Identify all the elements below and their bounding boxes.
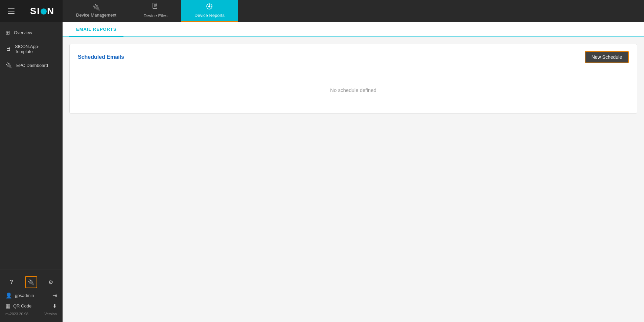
version-text: Version bbox=[44, 312, 57, 316]
nav-item-device-files[interactable]: Device Files bbox=[130, 0, 181, 22]
logout-icon[interactable]: ⇥ bbox=[52, 292, 57, 299]
logo-text: SIN bbox=[30, 6, 55, 17]
main-content: Scheduled Emails New Schedule No schedul… bbox=[63, 37, 644, 322]
device-management-icon: 🔌 bbox=[93, 4, 100, 11]
version-number: m-2023.20.98 bbox=[5, 312, 28, 316]
sidebar-item-sicon-app-template[interactable]: 🖥 SICON.App-Template bbox=[0, 40, 62, 58]
qr-icon: ▦ bbox=[5, 303, 10, 309]
main-layout: ⊞ Overview 🖥 SICON.App-Template 🔌 EPC Da… bbox=[0, 22, 644, 322]
logo: SIN bbox=[22, 0, 63, 22]
svg-point-8 bbox=[208, 5, 210, 7]
new-schedule-button[interactable]: New Schedule bbox=[585, 51, 629, 63]
sidebar-item-overview[interactable]: ⊞ Overview bbox=[0, 25, 62, 40]
sicon-app-template-icon: 🖥 bbox=[5, 46, 11, 52]
sidebar-footer: ? 🔌 ⚙ 👤 gpsadmin ⇥ ▦ QR Code ⬇ m-20 bbox=[0, 270, 62, 322]
sidebar-item-overview-label: Overview bbox=[14, 30, 32, 35]
sidebar-item-epc-dashboard-label: EPC Dashboard bbox=[16, 63, 48, 68]
sub-tabs: EMAIL REPORTS bbox=[63, 22, 644, 37]
sidebar-item-epc-dashboard[interactable]: 🔌 EPC Dashboard bbox=[0, 58, 62, 73]
top-nav: SIN 🔌 Device Management Device Files bbox=[0, 0, 644, 22]
version-row: m-2023.20.98 Version bbox=[0, 311, 62, 319]
card-header: Scheduled Emails New Schedule bbox=[78, 51, 629, 63]
sidebar: ⊞ Overview 🖥 SICON.App-Template 🔌 EPC Da… bbox=[0, 22, 63, 322]
tab-email-reports[interactable]: EMAIL REPORTS bbox=[69, 22, 123, 37]
svg-rect-0 bbox=[8, 8, 15, 9]
download-icon[interactable]: ⬇ bbox=[52, 303, 57, 309]
help-icon: ? bbox=[10, 279, 13, 285]
settings-button[interactable]: ⚙ bbox=[45, 276, 57, 288]
svg-rect-1 bbox=[8, 11, 15, 11]
card-divider bbox=[78, 70, 629, 70]
sidebar-toggle[interactable] bbox=[0, 0, 22, 22]
username-row: 👤 gpsadmin ⇥ bbox=[0, 291, 62, 301]
username-text: gpsadmin bbox=[15, 293, 50, 298]
nav-item-device-reports-label: Device Reports bbox=[194, 13, 225, 18]
plugin-button[interactable]: 🔌 bbox=[25, 276, 37, 288]
device-files-icon bbox=[152, 3, 159, 12]
plugin-icon: 🔌 bbox=[28, 279, 34, 286]
sidebar-menu: ⊞ Overview 🖥 SICON.App-Template 🔌 EPC Da… bbox=[0, 22, 62, 270]
nav-item-device-management[interactable]: 🔌 Device Management bbox=[63, 0, 130, 22]
epc-dashboard-icon: 🔌 bbox=[5, 62, 12, 69]
nav-item-device-management-label: Device Management bbox=[76, 13, 116, 18]
device-reports-icon bbox=[206, 3, 213, 11]
overview-icon: ⊞ bbox=[5, 29, 10, 36]
nav-item-device-reports[interactable]: Device Reports bbox=[181, 0, 238, 22]
scheduled-emails-card: Scheduled Emails New Schedule No schedul… bbox=[69, 44, 637, 114]
tab-email-reports-label: EMAIL REPORTS bbox=[76, 27, 117, 32]
qr-label: QR Code bbox=[13, 303, 50, 308]
help-button[interactable]: ? bbox=[5, 276, 18, 288]
gear-icon: ⚙ bbox=[48, 279, 53, 286]
sidebar-footer-icons-row: ? 🔌 ⚙ bbox=[0, 273, 62, 291]
person-icon: 👤 bbox=[5, 292, 12, 299]
card-title: Scheduled Emails bbox=[78, 54, 124, 60]
qr-row: ▦ QR Code ⬇ bbox=[0, 301, 62, 311]
nav-items: 🔌 Device Management Device Files bbox=[63, 0, 644, 22]
empty-message: No schedule defined bbox=[78, 74, 629, 106]
nav-item-device-files-label: Device Files bbox=[143, 13, 167, 18]
content-area: EMAIL REPORTS Scheduled Emails New Sched… bbox=[63, 22, 644, 322]
sidebar-item-sicon-app-template-label: SICON.App-Template bbox=[15, 44, 57, 54]
svg-rect-2 bbox=[8, 13, 15, 14]
